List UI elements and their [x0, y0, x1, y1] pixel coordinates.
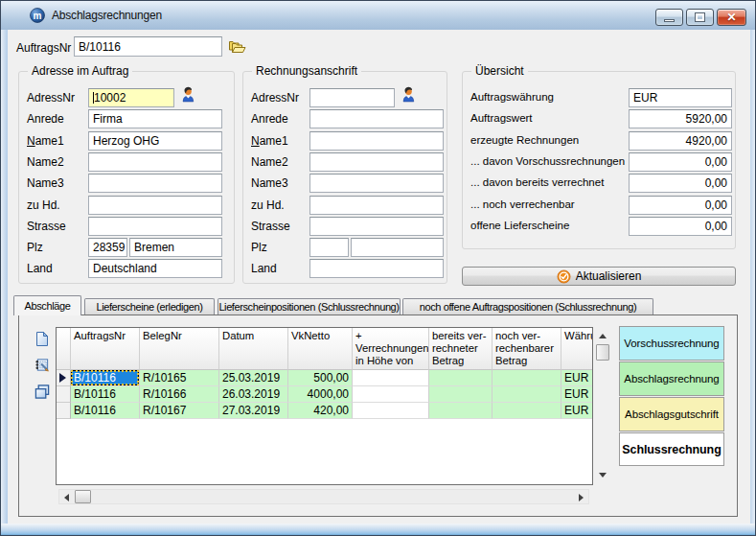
grid-cell[interactable]: 27.03.2019	[219, 403, 288, 419]
grid-cell[interactable]: 26.03.2019	[219, 386, 288, 403]
field-input-name2[interactable]	[309, 152, 444, 172]
row-selector-2[interactable]	[57, 403, 71, 419]
vertical-scroll-thumb[interactable]	[596, 344, 609, 361]
overview-value-6[interactable]: 0,00	[629, 217, 732, 236]
row-selector-0[interactable]	[57, 370, 71, 386]
edit-record-icon[interactable]	[34, 357, 50, 373]
overview-value-2[interactable]: 4920,00	[629, 131, 732, 151]
grid-cell[interactable]: R/10165	[140, 370, 219, 386]
column-header-3[interactable]: VkNetto	[288, 328, 353, 370]
new-record-icon[interactable]	[34, 331, 50, 347]
grid-cell-selected[interactable]: B/10116	[71, 370, 140, 386]
titlebar[interactable]: m Abschlagsrechnungen ✕	[1, 1, 755, 30]
plz-input[interactable]: 28359	[88, 238, 127, 257]
field-input-name2[interactable]	[88, 152, 222, 172]
column-header-7[interactable]: Währung	[561, 328, 593, 370]
overview-value-0[interactable]: EUR	[629, 88, 732, 107]
field-input-zuhd[interactable]	[309, 196, 444, 215]
grid-cell[interactable]: EUR	[561, 403, 593, 419]
field-input-land[interactable]: Deutschland	[88, 259, 222, 278]
open-folder-icon[interactable]	[227, 38, 248, 56]
grid-cell[interactable]: B/10116	[71, 403, 140, 419]
field-label-plz: Plz	[251, 241, 267, 254]
city-input[interactable]: Bremen	[129, 238, 222, 257]
grid-cell[interactable]: 25.03.2019	[219, 370, 288, 386]
schlussrechnung-button[interactable]: Schlussrechnung	[619, 432, 724, 466]
auftragsnr-input[interactable]: B/10116	[74, 36, 222, 57]
grid-corner-cell	[57, 328, 71, 370]
plz-input[interactable]	[309, 238, 349, 257]
grid-cell[interactable]: EUR	[561, 386, 593, 403]
scroll-left-icon[interactable]	[64, 494, 69, 501]
scroll-right-icon[interactable]	[579, 494, 584, 501]
grid-cell[interactable]: 4000,00	[288, 386, 353, 403]
grid-cell[interactable]	[429, 370, 493, 386]
grid-cell[interactable]: R/10166	[140, 386, 219, 403]
tab-lieferscheine-erledigen-[interactable]: Lieferscheine (erledigen)	[84, 298, 215, 315]
column-header-4[interactable]: + Verrechnungen in Höhe von	[353, 328, 429, 370]
svg-text:m: m	[34, 11, 42, 21]
field-label-anrede: Anrede	[251, 112, 288, 126]
field-label-name1: Name1	[27, 134, 64, 148]
grid-cell[interactable]	[493, 386, 561, 403]
city-input[interactable]	[351, 238, 444, 257]
overview-value-3[interactable]: 0,00	[629, 152, 732, 172]
grid-cell[interactable]	[429, 386, 493, 403]
grid-vertical-scrollbar[interactable]	[595, 328, 610, 483]
grid-cell[interactable]	[353, 386, 429, 403]
grid-cell[interactable]	[493, 403, 561, 419]
grid-cell[interactable]: 420,00	[288, 403, 353, 419]
field-input-name1[interactable]	[309, 131, 444, 151]
column-header-2[interactable]: Datum	[219, 328, 288, 370]
column-header-6[interactable]: noch ver- rechenbarer Betrag	[493, 328, 561, 370]
field-input-land[interactable]	[309, 259, 444, 278]
grid-cell[interactable]	[493, 370, 561, 386]
abschlaege-grid[interactable]: AuftragsNrBelegNrDatumVkNetto+ Verrechnu…	[56, 327, 593, 485]
scroll-up-icon[interactable]	[599, 334, 607, 338]
overview-value-4[interactable]: 0,00	[629, 174, 732, 193]
adressnr-input[interactable]: 10002	[88, 88, 174, 107]
person-icon[interactable]	[182, 86, 195, 103]
grid-cell[interactable]: R/10167	[140, 403, 219, 419]
column-header-0[interactable]: AuftragsNr	[71, 328, 140, 370]
scroll-down-icon[interactable]	[599, 473, 607, 478]
grid-cell[interactable]	[353, 370, 429, 386]
grid-cell[interactable]	[429, 403, 493, 419]
minimize-button[interactable]	[655, 9, 683, 26]
grid-cell[interactable]: 500,00	[288, 370, 353, 386]
tab-lieferscheinpositionen-schlussrechnung-[interactable]: Lieferscheinpositionen (Schlussrechnung)	[218, 298, 401, 315]
overview-value-5[interactable]: 0,00	[629, 196, 732, 215]
overview-label-5: ... noch verrechenbar	[470, 198, 575, 210]
column-header-1[interactable]: BelegNr	[140, 328, 219, 370]
close-button[interactable]: ✕	[717, 9, 746, 26]
abschlagsgutschrift-button[interactable]: Abschlagsgutschrift	[619, 397, 724, 431]
copy-record-icon[interactable]	[34, 384, 50, 400]
row-selector-1[interactable]	[57, 386, 71, 403]
field-input-strasse[interactable]	[309, 217, 444, 236]
aktualisieren-button[interactable]: Aktualisieren	[462, 267, 736, 286]
grid-cell[interactable]: B/10116	[71, 386, 140, 403]
field-input-anrede[interactable]	[309, 109, 444, 128]
refresh-icon	[557, 269, 571, 284]
column-header-5[interactable]: bereits ver- rechneter Betrag	[429, 328, 493, 370]
abschlagsrechnung-button[interactable]: Abschlagsrechnung	[619, 361, 724, 396]
field-label-name2: Name2	[251, 155, 288, 169]
field-input-name3[interactable]	[309, 174, 444, 193]
maximize-button[interactable]	[686, 9, 714, 26]
vorschussrechnung-button[interactable]: Vorschussrechnung	[619, 326, 724, 361]
grid-cell[interactable]: EUR	[561, 370, 593, 386]
tab-abschläge[interactable]: Abschläge	[13, 295, 81, 315]
grid-horizontal-scrollbar[interactable]	[58, 489, 589, 504]
person-icon[interactable]	[402, 86, 415, 103]
field-input-strasse[interactable]	[88, 217, 222, 236]
grid-cell[interactable]	[353, 403, 429, 419]
field-input-zuhd[interactable]	[88, 196, 222, 215]
overview-value-1[interactable]: 5920,00	[629, 109, 732, 128]
horizontal-scroll-thumb[interactable]	[75, 490, 91, 503]
field-input-name3[interactable]	[88, 174, 222, 193]
field-input-name1[interactable]: Herzog OHG	[88, 131, 222, 151]
tab-noch-offene-auftragspositionen-schlussrechnung-[interactable]: noch offene Auftragspositionen (Schlussr…	[402, 298, 653, 315]
app-icon: m	[30, 8, 45, 23]
field-input-anrede[interactable]: Firma	[88, 109, 222, 128]
adressnr-input[interactable]	[309, 88, 395, 107]
